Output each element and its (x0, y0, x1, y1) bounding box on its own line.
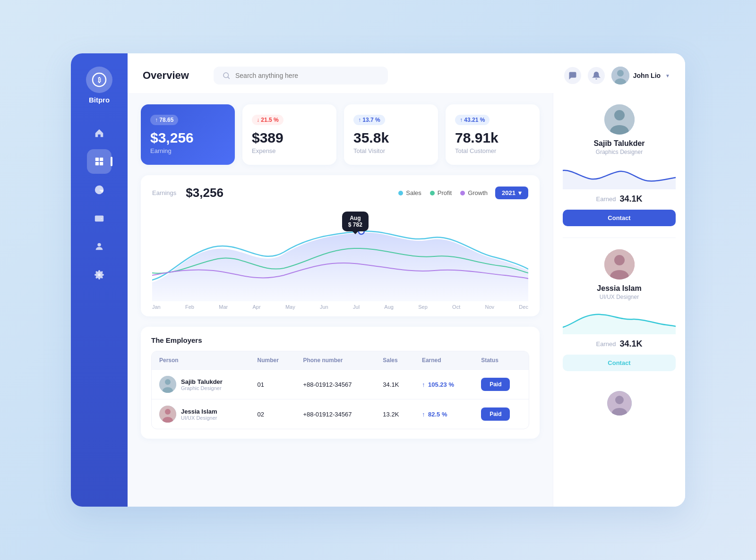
stat-label-expense: Expense (252, 147, 327, 154)
right-panel: Sajib Talukder Graphics Designer Earned … (553, 93, 685, 507)
sidebar-brand: Bitpro (89, 96, 110, 104)
chart-header: Earnings $3,256 Sales Profit (152, 186, 528, 200)
earned-percent-2: 82.5 % (428, 411, 447, 418)
person-name-role-1: Sajib Talukder Graphic Designer (181, 378, 223, 391)
chart-legend: Sales Profit Growth (398, 189, 488, 196)
stat-badge-visitor: ↑ 13.7 % (353, 115, 385, 125)
person-avatar-1 (159, 376, 176, 393)
profile-card-1: Sajib Talukder Graphics Designer Earned … (563, 104, 676, 238)
svg-point-11 (617, 70, 624, 76)
legend-dot-profit (430, 191, 435, 195)
stat-value-expense: $389 (252, 130, 327, 145)
stat-card-expense: ↓ 21.5 % $389 Expense (242, 104, 336, 165)
chart-months: Jan Feb Mar Apr May Jun Jul Aug Sep Oct … (152, 301, 528, 310)
legend-label-profit: Profit (438, 189, 452, 196)
person-info-2: Jessia Islam UI/UX Designer (159, 406, 242, 423)
earned-row-2: Earned 34.1K (596, 339, 643, 349)
up-arrow-2: ↑ (422, 411, 425, 418)
col-number: Number (250, 351, 296, 370)
table-header-row: Person Number Phone number Sales Earned … (152, 351, 529, 370)
svg-point-27 (615, 396, 624, 404)
month-jan: Jan (152, 304, 161, 310)
year-selector[interactable]: 2021 ▾ (495, 187, 528, 199)
sidebar-item-dashboard[interactable] (87, 149, 112, 174)
month-nov: Nov (485, 304, 494, 310)
month-mar: Mar (219, 304, 228, 310)
phone-cell-2: +88-01912-34567 (295, 399, 375, 429)
legend-label-growth: Growth (468, 189, 488, 196)
stat-card-earning: ↑ 78.65 $3,256 Earning (141, 104, 235, 165)
number-cell-2: 02 (250, 399, 296, 429)
svg-point-24 (614, 255, 625, 265)
user-avatar (611, 67, 629, 85)
stat-value-visitor: 35.8k (353, 130, 429, 145)
search-bar (214, 67, 388, 85)
svg-rect-2 (95, 158, 99, 161)
paid-button-1[interactable]: Paid (481, 378, 510, 391)
table-row: Sajib Talukder Graphic Designer 01 +88-0… (152, 370, 529, 399)
phone-cell-1: +88-01912-34567 (295, 370, 375, 399)
sidebar: ₿ Bitpro (71, 53, 128, 507)
messages-button[interactable] (564, 67, 581, 84)
stat-label-customer: Total Customer (455, 147, 530, 154)
stat-badge-earning: ↑ 78.65 (150, 115, 178, 125)
earned-label-1: Earned (596, 195, 616, 203)
sidebar-logo: ₿ (86, 67, 112, 93)
employers-table: Person Number Phone number Sales Earned … (152, 351, 529, 429)
user-name: John Lio (633, 72, 661, 79)
contact-button-2[interactable]: Contact (563, 355, 676, 371)
user-profile[interactable]: John Lio ▼ (611, 67, 670, 85)
col-status: Status (473, 351, 529, 370)
up-arrow-1: ↑ (422, 381, 425, 388)
employers-section: The Employers Person Number Phone number… (141, 327, 540, 439)
person-name-role-2: Jessia Islam UI/UX Designer (181, 408, 217, 421)
search-input[interactable] (235, 72, 379, 79)
status-cell-2: Paid (473, 399, 529, 429)
person-info-1: Sajib Talukder Graphic Designer (159, 376, 242, 393)
contact-button-1[interactable]: Contact (563, 210, 676, 226)
month-jul: Jul (353, 304, 360, 310)
earned-cell-2: ↑ 82.5 % (414, 399, 473, 429)
earned-row-1: Earned 34.1K (596, 194, 643, 204)
svg-point-18 (165, 409, 171, 415)
notifications-button[interactable] (588, 67, 605, 84)
month-feb: Feb (185, 304, 194, 310)
legend-profit: Profit (430, 189, 452, 196)
month-aug: Aug (384, 304, 394, 310)
stat-label-visitor: Total Visitor (353, 147, 429, 154)
profile-avatar-1 (604, 104, 635, 135)
svg-rect-5 (100, 162, 103, 165)
svg-point-7 (97, 243, 101, 246)
profile-avatar-3 (607, 391, 632, 416)
sidebar-nav (87, 121, 112, 493)
sidebar-item-settings[interactable] (87, 263, 112, 287)
paid-button-2[interactable]: Paid (481, 407, 510, 421)
chart-wrapper: Aug $ 782 (152, 207, 528, 301)
stat-badge-customer: ↑ 43.21 % (455, 115, 490, 125)
svg-point-21 (614, 110, 625, 120)
legend-dot-sales (398, 191, 403, 195)
stat-label-earning: Earning (150, 147, 225, 154)
employers-title: The Employers (151, 336, 529, 344)
svg-point-13 (359, 229, 364, 234)
stat-value-customer: 78.91k (455, 130, 530, 145)
mini-chart-2 (563, 306, 676, 334)
legend-growth: Growth (460, 189, 488, 196)
earned-cell-1: ↑ 105.23 % (414, 370, 473, 399)
sidebar-item-analytics[interactable] (87, 178, 112, 202)
profile-avatar-2 (604, 249, 635, 280)
sidebar-item-home[interactable] (87, 121, 112, 145)
chart-earnings-value: $3,256 (186, 186, 223, 200)
svg-rect-3 (100, 158, 103, 161)
svg-rect-6 (95, 216, 103, 222)
col-sales: Sales (375, 351, 414, 370)
stat-value-earning: $3,256 (150, 130, 225, 145)
profile-name-1: Sajib Talukder (593, 139, 644, 148)
col-earned: Earned (414, 351, 473, 370)
mini-chart-1 (563, 161, 676, 189)
partial-profile-3 (563, 382, 676, 420)
sales-cell-1: 34.1K (375, 370, 414, 399)
sidebar-item-wallet[interactable] (87, 206, 112, 230)
month-dec: Dec (519, 304, 528, 310)
sidebar-item-users[interactable] (87, 234, 112, 259)
